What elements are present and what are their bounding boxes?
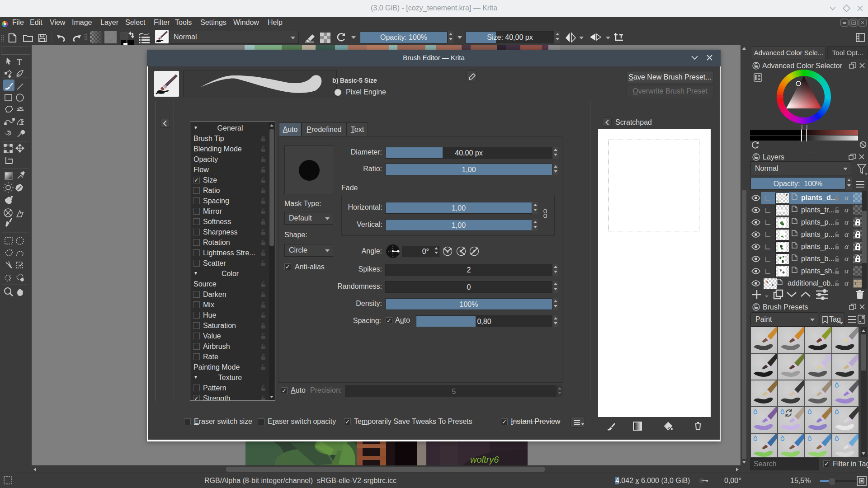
- svg-text:T: T: [17, 57, 22, 67]
- svg-text:woſtry6: woſtry6: [470, 455, 499, 465]
